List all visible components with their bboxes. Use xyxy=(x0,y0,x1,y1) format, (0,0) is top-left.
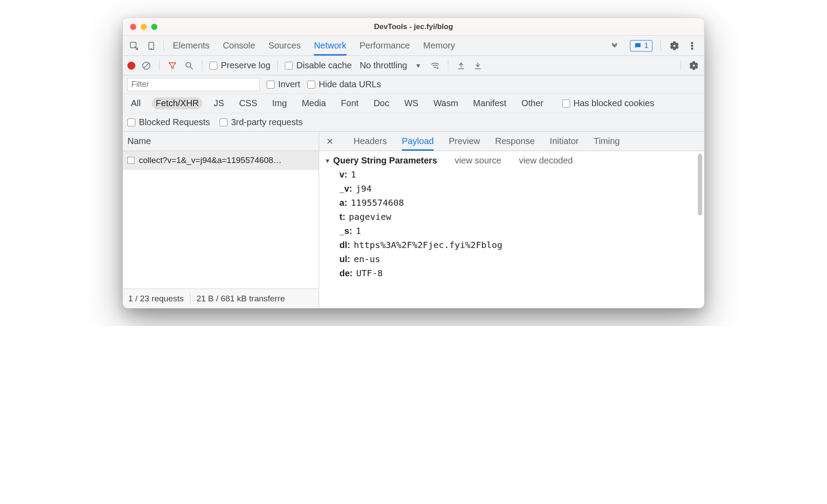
query-params-title: Query String Parameters xyxy=(333,156,437,166)
traffic-lights xyxy=(123,24,157,30)
query-param-row: ul:en-us xyxy=(339,254,698,264)
type-css[interactable]: CSS xyxy=(235,97,261,109)
third-party-requests-checkbox[interactable]: 3rd-party requests xyxy=(220,117,302,127)
param-key: a: xyxy=(339,198,347,208)
tab-network[interactable]: Network xyxy=(314,36,346,56)
detail-tab-response[interactable]: Response xyxy=(495,132,535,151)
tab-sources[interactable]: Sources xyxy=(268,36,301,56)
query-param-row: v:1 xyxy=(339,169,698,180)
type-doc[interactable]: Doc xyxy=(370,97,393,109)
resource-type-icon xyxy=(127,157,134,164)
tab-memory[interactable]: Memory xyxy=(423,36,455,56)
type-media[interactable]: Media xyxy=(298,97,329,109)
hide-data-urls-checkbox[interactable]: Hide data URLs xyxy=(307,79,381,89)
checkbox-icon xyxy=(267,81,275,89)
type-js[interactable]: JS xyxy=(210,97,227,109)
query-params-toggle[interactable]: ▼ Query String Parameters xyxy=(324,156,437,166)
type-ws[interactable]: WS xyxy=(401,97,422,109)
has-blocked-cookies-label: Has blocked cookies xyxy=(574,98,654,108)
requests-list: collect?v=1&_v=j94&a=1195574608… xyxy=(123,151,319,289)
close-detail-button[interactable]: ✕ xyxy=(321,132,339,151)
network-settings-icon[interactable] xyxy=(688,60,700,71)
view-decoded-link[interactable]: view decoded xyxy=(519,156,573,166)
detail-tab-initiator[interactable]: Initiator xyxy=(550,132,579,151)
param-key: ul: xyxy=(339,254,350,264)
type-font[interactable]: Font xyxy=(337,97,362,109)
clear-icon[interactable] xyxy=(141,60,152,71)
invert-checkbox[interactable]: Invert xyxy=(267,79,300,89)
window-close-button[interactable] xyxy=(130,24,136,30)
tab-performance[interactable]: Performance xyxy=(360,36,410,56)
checkbox-icon xyxy=(307,81,315,89)
hide-data-urls-label: Hide data URLs xyxy=(319,79,381,89)
query-param-row: dl:https%3A%2F%2Fjec.fyi%2Fblog xyxy=(339,240,698,250)
settings-icon[interactable] xyxy=(669,40,680,52)
request-detail-pane: ✕ HeadersPayloadPreviewResponseInitiator… xyxy=(319,132,704,308)
import-har-icon[interactable] xyxy=(455,60,467,71)
record-button[interactable] xyxy=(127,62,135,70)
window-maximize-button[interactable] xyxy=(151,24,157,30)
view-source-link[interactable]: view source xyxy=(455,156,502,166)
request-row[interactable]: collect?v=1&_v=j94&a=1195574608… xyxy=(123,151,319,170)
request-options-row: Blocked Requests 3rd-party requests xyxy=(123,113,704,132)
svg-point-3 xyxy=(691,42,693,44)
type-all[interactable]: All xyxy=(127,97,144,109)
device-toolbar-icon[interactable] xyxy=(146,40,157,52)
svg-point-10 xyxy=(436,67,438,69)
payload-body: ▼ Query String Parameters view source vi… xyxy=(319,151,704,308)
filter-icon[interactable] xyxy=(167,60,178,71)
export-har-icon[interactable] xyxy=(472,60,484,71)
detail-tab-preview[interactable]: Preview xyxy=(449,132,480,151)
disable-cache-label: Disable cache xyxy=(296,60,352,70)
blocked-requests-checkbox[interactable]: Blocked Requests xyxy=(127,117,210,127)
window-minimize-button[interactable] xyxy=(141,24,147,30)
tabs-overflow-button[interactable] xyxy=(603,41,626,51)
has-blocked-cookies-checkbox[interactable]: Has blocked cookies xyxy=(562,98,654,108)
checkbox-icon xyxy=(127,119,135,126)
requests-count: 1 / 23 requests xyxy=(128,294,184,304)
svg-point-4 xyxy=(691,45,693,47)
network-conditions-icon[interactable] xyxy=(429,60,441,71)
type-img[interactable]: Img xyxy=(269,97,291,109)
throttling-select[interactable]: No throttling ▼ xyxy=(357,60,424,70)
titlebar: DevTools - jec.fyi/blog xyxy=(123,18,704,36)
detail-tab-headers[interactable]: Headers xyxy=(354,132,387,151)
type-manifest[interactable]: Manifest xyxy=(469,97,510,109)
invert-label: Invert xyxy=(278,79,300,89)
type-wasm[interactable]: Wasm xyxy=(430,97,462,109)
filter-input[interactable] xyxy=(127,78,260,91)
query-param-row: _s:1 xyxy=(339,226,698,236)
svg-point-5 xyxy=(691,48,693,49)
preserve-log-checkbox[interactable]: Preserve log xyxy=(209,60,270,70)
detail-tab-timing[interactable]: Timing xyxy=(594,132,620,151)
divider xyxy=(448,60,448,71)
tab-elements[interactable]: Elements xyxy=(173,36,209,56)
requests-column-name[interactable]: Name xyxy=(123,132,319,151)
scrollbar[interactable] xyxy=(698,154,702,215)
param-value: 1 xyxy=(356,226,361,236)
kebab-menu-icon[interactable] xyxy=(686,40,698,52)
param-value: UTF-8 xyxy=(356,268,383,278)
checkbox-icon xyxy=(562,100,570,107)
type-fetch-xhr[interactable]: Fetch/XHR xyxy=(152,97,202,109)
window-title: DevTools - jec.fyi/blog xyxy=(123,22,704,31)
divider xyxy=(159,60,160,71)
divider xyxy=(164,41,164,51)
checkbox-icon xyxy=(209,62,217,70)
detail-tab-payload[interactable]: Payload xyxy=(402,132,434,151)
tab-console[interactable]: Console xyxy=(223,36,255,56)
param-value: 1195574608 xyxy=(351,197,404,208)
issues-badge[interactable]: 1 xyxy=(630,40,652,52)
type-other[interactable]: Other xyxy=(518,97,547,109)
search-icon[interactable] xyxy=(183,60,195,71)
resource-types-row: AllFetch/XHRJSCSSImgMediaFontDocWSWasmMa… xyxy=(123,94,704,113)
issues-count: 1 xyxy=(644,41,648,50)
detail-tabs: ✕ HeadersPayloadPreviewResponseInitiator… xyxy=(319,132,704,151)
param-key: t: xyxy=(339,212,345,222)
inspect-element-icon[interactable] xyxy=(128,40,140,52)
query-param-row: de:UTF-8 xyxy=(339,268,698,278)
disable-cache-checkbox[interactable]: Disable cache xyxy=(285,60,352,70)
query-params-header: ▼ Query String Parameters view source vi… xyxy=(324,156,698,166)
param-key: v: xyxy=(339,170,347,180)
third-party-requests-label: 3rd-party requests xyxy=(231,117,302,127)
